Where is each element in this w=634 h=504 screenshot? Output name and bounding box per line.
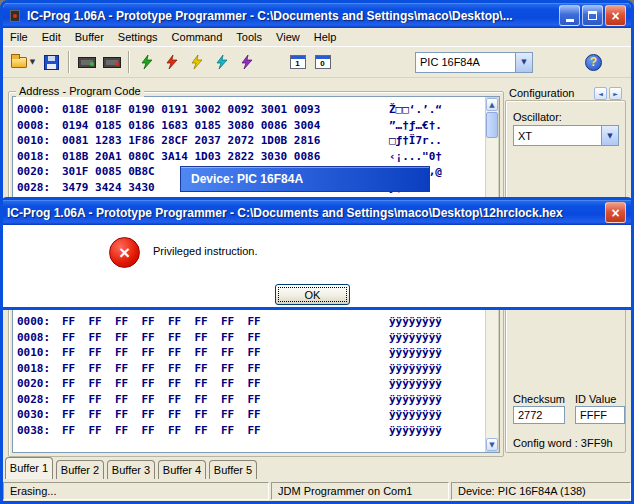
hex-row[interactable]: 0000:018E 018F 0190 0191 3002 0092 3001 … xyxy=(17,102,499,118)
scrollbar-thumb[interactable] xyxy=(486,112,498,138)
tab-buffer-1[interactable]: Buffer 1 xyxy=(5,457,53,479)
hex-row[interactable]: 0008:FF FF FF FF FF FF FF FFÿÿÿÿÿÿÿÿ xyxy=(17,330,499,346)
close-button[interactable]: × xyxy=(605,5,626,26)
tab-buffer-5[interactable]: Buffer 5 xyxy=(209,460,257,479)
hex-values: 018E 018F 0190 0191 3002 0092 3001 0093 xyxy=(62,103,320,116)
menu-edit[interactable]: Edit xyxy=(35,28,68,47)
eeprom-scrollbar[interactable]: ▼ xyxy=(485,309,499,452)
hex-values: FF FF FF FF FF FF FF FF xyxy=(62,362,261,375)
window-title: IC-Prog 1.06A - Prototype Programmer - C… xyxy=(27,9,559,23)
blank-check-button[interactable] xyxy=(209,50,234,74)
id-value[interactable]: FFFF xyxy=(575,406,625,424)
menu-help[interactable]: Help xyxy=(307,28,344,47)
help-icon: ? xyxy=(585,54,602,71)
hex-address: 0000: xyxy=(17,314,62,330)
data-memory-window-button[interactable]: 0 xyxy=(310,50,335,74)
dialog-close-button[interactable]: × xyxy=(605,202,626,223)
tab-buffer-2[interactable]: Buffer 2 xyxy=(56,460,104,479)
hex-row[interactable]: 0038:FF FF FF FF FF FF FF FFÿÿÿÿÿÿÿÿ xyxy=(17,423,499,439)
device-tooltip-text: Device: PIC 16F84A xyxy=(191,172,303,186)
hex-row[interactable]: 0030:FF FF FF FF FF FF FF FFÿÿÿÿÿÿÿÿ xyxy=(17,407,499,423)
device-select[interactable]: PIC 16F84A ▼ xyxy=(415,52,533,73)
minimize-button[interactable] xyxy=(559,5,580,26)
hex-row[interactable]: 0010:FF FF FF FF FF FF FF FFÿÿÿÿÿÿÿÿ xyxy=(17,345,499,361)
app-icon xyxy=(7,8,23,24)
tab-buffer-4[interactable]: Buffer 4 xyxy=(158,460,206,479)
hex-address: 0038: xyxy=(17,423,62,439)
hex-row[interactable]: 0000:FF FF FF FF FF FF FF FFÿÿÿÿÿÿÿÿ xyxy=(17,314,499,330)
hex-row[interactable]: 0028:FF FF FF FF FF FF FF FFÿÿÿÿÿÿÿÿ xyxy=(17,392,499,408)
hex-ascii: ÿÿÿÿÿÿÿÿ xyxy=(389,392,442,408)
error-dialog: IC-Prog 1.06A - Prototype Programmer - C… xyxy=(0,197,634,310)
error-message: Privileged instruction. xyxy=(153,245,258,257)
caption-buttons: × xyxy=(559,5,626,26)
dropdown-arrow-icon[interactable]: ▼ xyxy=(30,58,35,66)
hex-address: 0018: xyxy=(17,361,62,377)
menu-tools[interactable]: Tools xyxy=(229,28,269,47)
hex-ascii: ÿÿÿÿÿÿÿÿ xyxy=(389,361,442,377)
hex-values: FF FF FF FF FF FF FF FF xyxy=(62,377,261,390)
hex-row[interactable]: 0018:FF FF FF FF FF FF FF FFÿÿÿÿÿÿÿÿ xyxy=(17,361,499,377)
ok-button[interactable]: OK xyxy=(275,284,350,305)
dropdown-arrow-icon[interactable]: ▼ xyxy=(515,53,532,72)
erase-device-button[interactable] xyxy=(184,50,209,74)
hex-row[interactable]: 0010:0081 1283 1F86 28CF 2037 2072 1D0B … xyxy=(17,133,499,149)
checksum-value[interactable]: 2772 xyxy=(513,406,565,424)
menu-command[interactable]: Command xyxy=(165,28,230,47)
hex-values: FF FF FF FF FF FF FF FF xyxy=(62,408,261,421)
oscillator-select[interactable]: XT ▼ xyxy=(513,125,619,146)
hex-values: 0194 0185 0186 1683 0185 3080 0086 3004 xyxy=(62,119,320,132)
device-tooltip: Device: PIC 16F84A xyxy=(180,166,430,192)
title-bar[interactable]: IC-Prog 1.06A - Prototype Programmer - C… xyxy=(3,3,631,28)
scroll-up-icon[interactable]: ▲ xyxy=(486,98,498,111)
lightning-purple-icon xyxy=(239,54,255,70)
hex-address: 0008: xyxy=(17,118,62,134)
program-device-button[interactable] xyxy=(99,50,124,74)
menu-file[interactable]: File xyxy=(3,28,35,47)
hex-address: 0030: xyxy=(17,407,62,423)
hex-row[interactable]: 0008:0194 0185 0186 1683 0185 3080 0086 … xyxy=(17,118,499,134)
program-all-button[interactable] xyxy=(134,50,159,74)
eeprom-hex-editor[interactable]: 0000:FF FF FF FF FF FF FF FFÿÿÿÿÿÿÿÿ0008… xyxy=(12,308,500,453)
hex-ascii: ÿÿÿÿÿÿÿÿ xyxy=(389,314,442,330)
hex-address: 0028: xyxy=(17,180,62,196)
config-next-button[interactable]: ► xyxy=(609,87,622,100)
hex-ascii: ÿÿÿÿÿÿÿÿ xyxy=(389,345,442,361)
help-button[interactable]: ? xyxy=(581,50,606,74)
config-prev-button[interactable]: ◄ xyxy=(594,87,607,100)
hex-row[interactable]: 0020:FF FF FF FF FF FF FF FFÿÿÿÿÿÿÿÿ xyxy=(17,376,499,392)
hex-values: 0081 1283 1F86 28CF 2037 2072 1D0B 2816 xyxy=(62,134,320,147)
toolbar: ▼ 1 0 xyxy=(3,47,631,78)
program-memory-window-button[interactable]: 1 xyxy=(285,50,310,74)
menu-settings[interactable]: Settings xyxy=(111,28,165,47)
menu-buffer[interactable]: Buffer xyxy=(68,28,111,47)
maximize-button[interactable] xyxy=(582,5,603,26)
hex-values: 018B 20A1 080C 3A14 1D03 2822 3030 0086 xyxy=(62,150,320,163)
save-file-button[interactable] xyxy=(39,50,64,74)
config-word-label: Config word : 3FF9h xyxy=(513,437,613,449)
verify-device-button[interactable] xyxy=(234,50,259,74)
lightning-green-icon xyxy=(139,54,155,70)
oscillator-value: XT xyxy=(514,130,601,142)
read-device-button[interactable] xyxy=(74,50,99,74)
dropdown-arrow-icon[interactable]: ▼ xyxy=(601,126,618,145)
hex-row[interactable]: 0018:018B 20A1 080C 3A14 1D03 2822 3030 … xyxy=(17,149,499,165)
status-device: Device: PIC 16F84A (138) xyxy=(451,482,631,500)
scroll-down-icon[interactable]: ▼ xyxy=(486,438,498,451)
window-1-icon: 1 xyxy=(290,55,306,69)
menu-view[interactable]: View xyxy=(269,28,307,47)
hex-address: 0000: xyxy=(17,102,62,118)
hex-values: 3479 3424 3430 xyxy=(62,181,155,194)
configuration-label: Configuration xyxy=(509,87,574,99)
read-all-button[interactable] xyxy=(159,50,184,74)
oscillator-label: Oscillator: xyxy=(513,111,562,123)
tab-buffer-3[interactable]: Buffer 3 xyxy=(107,460,155,479)
hex-values: FF FF FF FF FF FF FF FF xyxy=(62,393,261,406)
menu-bar: FileEditBufferSettingsCommandToolsViewHe… xyxy=(3,28,631,47)
hex-ascii: ÿÿÿÿÿÿÿÿ xyxy=(389,330,442,346)
save-floppy-icon xyxy=(44,55,59,70)
open-file-button[interactable]: ▼ xyxy=(7,50,39,74)
dialog-title-bar[interactable]: IC-Prog 1.06A - Prototype Programmer - C… xyxy=(3,200,631,225)
hex-values: FF FF FF FF FF FF FF FF xyxy=(62,331,261,344)
dialog-title: IC-Prog 1.06A - Prototype Programmer - C… xyxy=(7,206,605,220)
